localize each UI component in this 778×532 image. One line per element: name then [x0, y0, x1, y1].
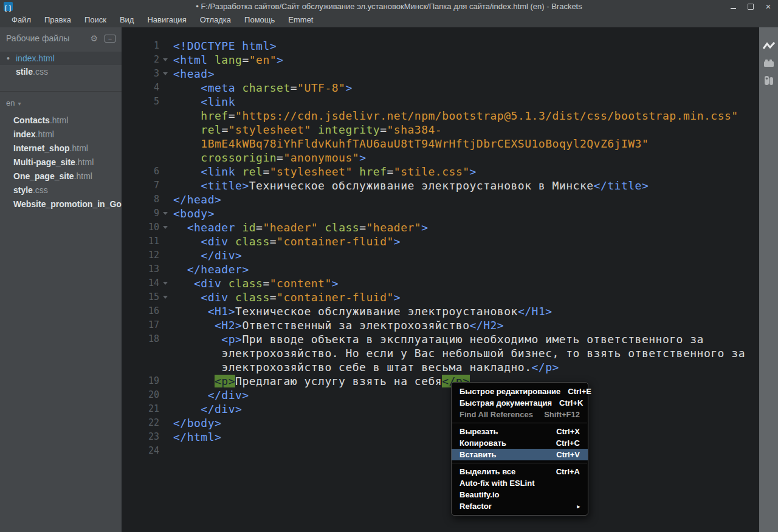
- context-menu-item[interactable]: Find All ReferencesShift+F12: [452, 409, 588, 420]
- brackets-logo-icon: []: [4, 2, 13, 11]
- fold-arrow-icon[interactable]: [159, 220, 173, 234]
- project-file-item[interactable]: style.css: [0, 183, 122, 197]
- code-line[interactable]: 11 <div class="container-fluid">: [122, 234, 778, 248]
- code-line[interactable]: 16 <H1>Техническое обслуживание электроу…: [122, 304, 778, 318]
- brackets-window: [] • F:/Разработка сайтов/Сайт обслужива…: [0, 0, 778, 532]
- context-menu-item[interactable]: Выделить всеCtrl+A: [452, 466, 588, 477]
- context-menu-item[interactable]: Auto-fix with ESLint: [452, 477, 588, 489]
- project-file-item[interactable]: One_page_site.html: [0, 169, 122, 183]
- context-menu-item[interactable]: ВырезатьCtrl+X: [452, 426, 588, 437]
- project-dropdown[interactable]: en▾: [0, 97, 122, 114]
- code-line[interactable]: 19 <p>Предлагаю услугу взять на себя</p>: [122, 374, 778, 388]
- file-name: Contacts: [13, 115, 50, 125]
- project-file-item[interactable]: Internet_shop.html: [0, 142, 122, 155]
- code-line[interactable]: 20 </div>: [122, 388, 778, 402]
- line-number: 23: [122, 430, 159, 444]
- line-number: 11: [122, 234, 159, 248]
- line-number: [122, 109, 159, 123]
- project-file-item[interactable]: Website_promotion_in_Google.html: [0, 197, 122, 211]
- fold-arrow-icon[interactable]: [159, 206, 173, 220]
- code-text: <p>При вводе объекта в эксплуатацию необ…: [173, 332, 704, 346]
- line-number: 7: [122, 179, 159, 193]
- fold-arrow-icon[interactable]: [159, 53, 173, 67]
- working-file-item[interactable]: stile.css: [0, 65, 122, 78]
- file-name: stile: [16, 67, 33, 77]
- code-line[interactable]: 23</html>: [122, 430, 778, 444]
- menu-item-label: Выделить все: [460, 467, 515, 476]
- code-line[interactable]: 8</head>: [122, 193, 778, 206]
- code-line[interactable]: 13 </header>: [122, 262, 778, 276]
- code-line[interactable]: 7 <title>Техническое обслуживание электр…: [122, 179, 778, 193]
- project-file-item[interactable]: index.html: [0, 128, 122, 142]
- code-line[interactable]: электрохозяйство себе в штат весьма накл…: [122, 360, 778, 374]
- context-menu-item[interactable]: Refactor▸: [452, 500, 588, 512]
- file-name: index.html: [16, 53, 55, 63]
- minimize-button[interactable]: [729, 2, 737, 11]
- menubar-item[interactable]: Файл: [5, 13, 38, 27]
- code-line[interactable]: 4 <meta charset="UTF-8">: [122, 81, 778, 95]
- gear-icon[interactable]: ⚙: [90, 34, 98, 43]
- code-line[interactable]: 3<head>: [122, 67, 778, 81]
- gutter-space: [159, 109, 173, 123]
- code-line[interactable]: 12 </div>: [122, 248, 778, 262]
- code-line[interactable]: 21 </div>: [122, 402, 778, 416]
- code-text: <H2>Ответственный за электрохозяйство</H…: [173, 318, 504, 332]
- code-line[interactable]: 15 <div class="container-fluid">: [122, 290, 778, 304]
- gutter-space: [159, 137, 173, 151]
- code-line[interactable]: 17 <H2>Ответственный за электрохозяйство…: [122, 318, 778, 332]
- code-text: <H1>Техническое обслуживание электроуста…: [173, 304, 553, 318]
- menubar-item[interactable]: Emmet: [281, 13, 320, 27]
- menubar-item[interactable]: Помощь: [238, 13, 281, 27]
- code-line[interactable]: 22</body>: [122, 416, 778, 430]
- menu-item-label: Копировать: [460, 438, 506, 448]
- menubar-item[interactable]: Навигация: [140, 13, 193, 27]
- file-extension: .css: [33, 185, 48, 195]
- code-line[interactable]: rel="stylesheet" integrity="sha384-: [122, 123, 778, 137]
- file-name: index: [13, 129, 36, 139]
- gutter-space: [159, 123, 173, 137]
- context-menu: Быстрое редактированиеCtrl+EБыстрая доку…: [451, 382, 588, 516]
- context-menu-item[interactable]: ВставитьCtrl+V: [452, 449, 588, 460]
- menubar-item[interactable]: Правка: [38, 13, 78, 27]
- code-editor[interactable]: 1<!DOCTYPE html>2<html lang="en">3<head>…: [122, 27, 778, 532]
- working-file-item[interactable]: •index.html: [0, 52, 122, 65]
- menubar-item[interactable]: Вид: [113, 13, 141, 27]
- code-text: <div class="container-fluid">: [173, 290, 401, 304]
- code-line[interactable]: href="https://cdn.jsdelivr.net/npm/boots…: [122, 109, 778, 123]
- fold-arrow-icon[interactable]: [159, 290, 173, 304]
- extension-manager-icon[interactable]: [763, 58, 775, 69]
- split-view-icon[interactable]: ↔: [105, 35, 115, 43]
- code-line[interactable]: 2<html lang="en">: [122, 53, 778, 67]
- code-line[interactable]: crossorigin="anonymous">: [122, 151, 778, 165]
- fold-arrow-icon[interactable]: [159, 67, 173, 81]
- project-file-item[interactable]: Multi-page_site.html: [0, 155, 122, 169]
- context-menu-item[interactable]: Быстрое редактированиеCtrl+E: [452, 386, 588, 397]
- code-line[interactable]: 9<body>: [122, 206, 778, 220]
- code-line[interactable]: 14 <div class="content">: [122, 276, 778, 290]
- context-menu-item[interactable]: Beautify.io: [452, 489, 588, 500]
- code-text: rel="stylesheet" integrity="sha384-: [173, 123, 442, 137]
- code-line[interactable]: электрохозяйство. Но если у Вас небольшо…: [122, 346, 778, 360]
- menubar-item[interactable]: Отладка: [193, 13, 238, 27]
- line-number: 1: [122, 39, 159, 53]
- code-line[interactable]: 1BmE4kWBq78iYhFldvKuhfTAU6auU8tT94WrHftj…: [122, 137, 778, 151]
- code-line[interactable]: 24: [122, 444, 778, 458]
- context-menu-item[interactable]: Быстрая документацияCtrl+K: [452, 397, 588, 409]
- live-preview-icon[interactable]: [763, 41, 775, 52]
- plugin-icon[interactable]: [763, 75, 775, 86]
- project-file-item[interactable]: Contacts.html: [0, 114, 122, 128]
- context-menu-item[interactable]: КопироватьCtrl+C: [452, 437, 588, 449]
- brackets-logo-glyph: []: [4, 5, 12, 12]
- restore-button[interactable]: [747, 2, 754, 11]
- code-line[interactable]: 1<!DOCTYPE html>: [122, 39, 778, 53]
- code-line[interactable]: 10 <header id="header" class="header">: [122, 220, 778, 234]
- menu-separator: [452, 423, 587, 423]
- code-line[interactable]: 18 <p>При вводе объекта в эксплуатацию н…: [122, 332, 778, 346]
- code-line[interactable]: 6 <link rel="stylesheet" href="stile.css…: [122, 165, 778, 179]
- fold-arrow-icon[interactable]: [159, 276, 173, 290]
- close-button[interactable]: ×: [765, 2, 772, 11]
- menubar-item[interactable]: Поиск: [78, 13, 113, 27]
- menu-item-shortcut: Ctrl+C: [556, 438, 580, 448]
- code-line[interactable]: 5 <link: [122, 95, 778, 109]
- code-text: <div class="content">: [173, 276, 339, 290]
